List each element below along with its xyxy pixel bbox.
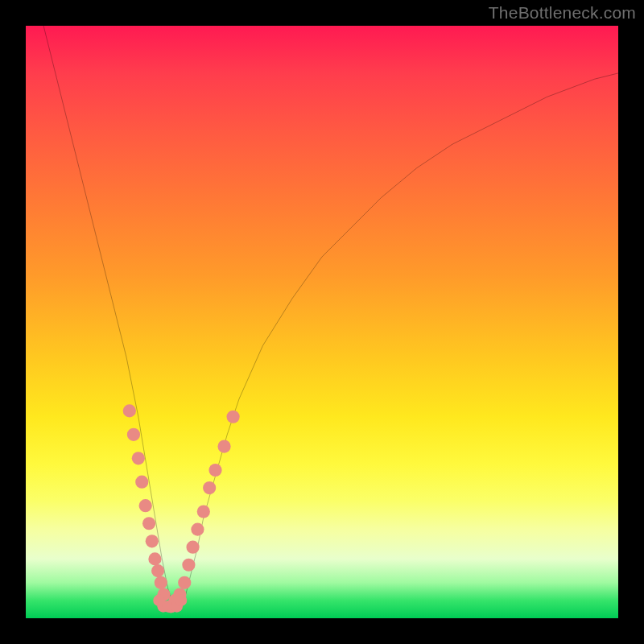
curve-layer [43,26,618,606]
marker-dot [191,523,204,536]
marker-dot [178,576,191,589]
chart-svg [26,26,618,618]
marker-dot [217,440,230,452]
marker-dot [127,428,140,441]
plot-area [26,26,618,618]
marker-dot [182,559,195,572]
marker-dot [175,595,187,607]
marker-dots-right [164,411,239,613]
marker-dots-left [123,404,171,601]
marker-dot [186,541,199,554]
marker-dot [135,476,148,489]
marker-dot [151,564,164,577]
marker-dot [197,505,210,518]
marker-dot [148,552,161,565]
marker-dot [208,464,221,477]
chart-frame: TheBottleneck.com [0,0,644,644]
marker-dot [123,404,136,417]
marker-dot [203,481,216,494]
marker-dot [139,499,152,512]
watermark-text: TheBottleneck.com [489,3,636,23]
bottleneck-curve [43,26,618,606]
marker-dot [227,411,240,423]
marker-dot [132,452,145,464]
marker-dot [146,535,159,547]
marker-dot [155,576,167,589]
marker-dot [142,517,155,530]
